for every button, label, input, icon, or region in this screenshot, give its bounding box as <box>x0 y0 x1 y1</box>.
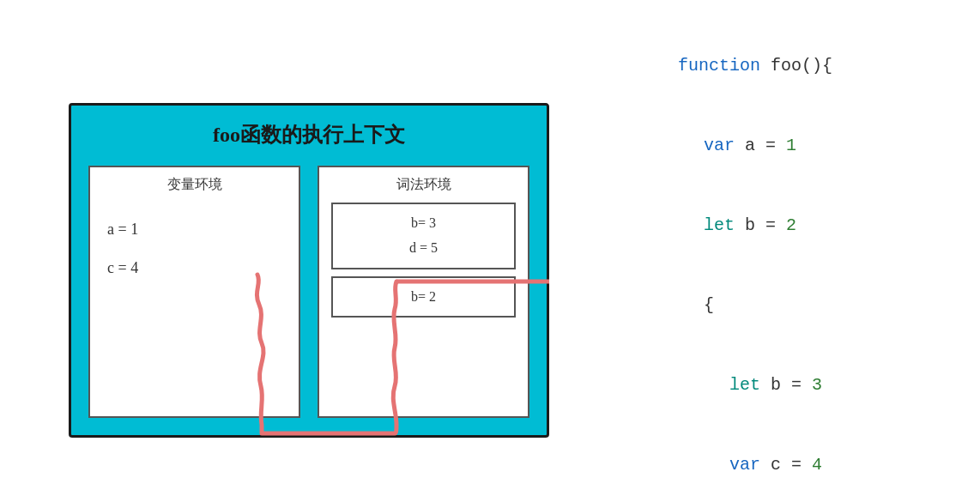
code-line-3: let b = 2 <box>662 185 954 265</box>
var-content: a = 1 c = 4 <box>107 210 138 287</box>
lex-env-panel: 词法环境 b= 3 d = 5 b= 2 <box>318 166 529 418</box>
code-line3-var: b <box>735 215 755 235</box>
kw-function: function <box>678 56 760 76</box>
open-brace: { <box>704 295 714 315</box>
lex-env-label: 词法环境 <box>328 176 519 194</box>
code-line2-var: a <box>735 136 755 155</box>
code-line1-rest: foo(){ <box>760 56 832 76</box>
diagram-area: foo函数的执行上下文 变量环境 a = 1 c = 4 词法环境 b= 3 d… <box>69 103 549 438</box>
code-line5-var: b <box>760 375 781 395</box>
var-env-panel: 变量环境 a = 1 c = 4 <box>88 166 300 418</box>
outer-execution-context-box: foo函数的执行上下文 变量环境 a = 1 c = 4 词法环境 b= 3 d… <box>69 103 549 438</box>
code-line-5: let b = 3 <box>688 345 954 425</box>
code-line-1: function foo(){ <box>637 26 954 106</box>
code-line2-eq: = <box>755 136 776 155</box>
var-c: c = 4 <box>107 249 138 287</box>
code-line3-num: 2 <box>776 215 796 235</box>
code-line5-num: 3 <box>802 375 822 395</box>
kw-var: var <box>704 136 735 155</box>
var-env-label: 变量环境 <box>99 176 290 194</box>
lex-b2: b= 2 <box>343 285 504 310</box>
lex-d5: d = 5 <box>343 236 504 261</box>
lex-box-2: b= 2 <box>331 276 516 318</box>
kw-var2: var <box>729 455 760 475</box>
code-line6-var: c <box>760 455 781 475</box>
code-line-4: { <box>662 265 954 345</box>
code-line5-eq: = <box>781 375 802 395</box>
lex-box-1: b= 3 d = 5 <box>331 203 516 269</box>
inner-panels: 变量环境 a = 1 c = 4 词法环境 b= 3 d = 5 b= 2 <box>88 166 529 418</box>
outer-title: foo函数的执行上下文 <box>71 121 547 148</box>
var-a: a = 1 <box>107 210 138 249</box>
code-line-6: var c = 4 <box>688 425 954 478</box>
lex-b3: b= 3 <box>343 211 504 236</box>
code-line3-eq: = <box>755 215 776 235</box>
code-line2-num: 1 <box>776 136 796 155</box>
kw-let1: let <box>704 215 735 235</box>
kw-let2: let <box>729 375 760 395</box>
code-line6-eq: = <box>781 455 802 475</box>
code-area: function foo(){ var a = 1 let b = 2 { le… <box>637 26 954 478</box>
code-line6-num: 4 <box>802 455 822 475</box>
code-line-2: var a = 1 <box>662 106 954 185</box>
